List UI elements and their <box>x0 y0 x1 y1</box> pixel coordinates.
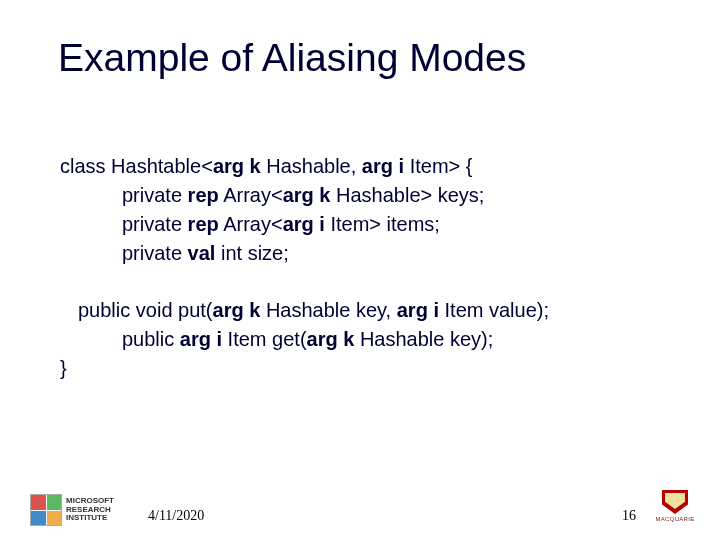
microsoft-research-logo: MICROSOFT RESEARCH INSTITUTE <box>30 490 140 530</box>
logo-text-line: INSTITUTE <box>66 514 114 522</box>
code-text: Item> { <box>404 155 472 177</box>
code-keyword: arg i <box>397 299 439 321</box>
code-text: private <box>122 184 188 206</box>
code-text: public void put( <box>78 299 213 321</box>
code-body: class Hashtable<arg k Hashable, arg i It… <box>60 152 680 383</box>
slide: Example of Aliasing Modes class Hashtabl… <box>0 0 720 540</box>
code-keyword: rep <box>188 213 219 235</box>
code-text: Hashable, <box>261 155 362 177</box>
code-keyword: rep <box>188 184 219 206</box>
code-text: Hashable key); <box>354 328 493 350</box>
code-keyword: arg i <box>283 213 325 235</box>
microsoft-icon <box>30 494 62 526</box>
code-keyword: arg i <box>180 328 222 350</box>
logo-text: MICROSOFT RESEARCH INSTITUTE <box>66 497 114 522</box>
code-keyword: arg i <box>362 155 404 177</box>
code-keyword: arg k <box>213 155 261 177</box>
code-line: private rep Array<arg k Hashable> keys; <box>122 181 680 210</box>
page-number: 16 <box>622 508 636 524</box>
code-text: Array< <box>219 213 283 235</box>
shield-icon <box>662 490 688 514</box>
macquarie-logo: MACQUARIE <box>644 490 706 532</box>
code-line: private rep Array<arg i Item> items; <box>122 210 680 239</box>
code-text: private <box>122 213 188 235</box>
code-text: Array< <box>219 184 283 206</box>
footer: MICROSOFT RESEARCH INSTITUTE 4/11/2020 1… <box>0 482 720 540</box>
code-text: Item> items; <box>325 213 440 235</box>
slide-title: Example of Aliasing Modes <box>58 36 526 80</box>
code-keyword: val <box>188 242 216 264</box>
code-keyword: arg k <box>283 184 331 206</box>
code-text: public <box>122 328 180 350</box>
code-line: private val int size; <box>122 239 680 268</box>
code-text: Hashable> keys; <box>330 184 484 206</box>
code-keyword: arg k <box>213 299 261 321</box>
code-line: class Hashtable<arg k Hashable, arg i It… <box>60 152 680 181</box>
logo-text: MACQUARIE <box>655 516 694 522</box>
code-line: public void put(arg k Hashable key, arg … <box>78 296 680 325</box>
footer-date: 4/11/2020 <box>148 508 204 524</box>
code-line: } <box>60 354 680 383</box>
code-text: Item value); <box>439 299 549 321</box>
code-text: Hashable key, <box>260 299 396 321</box>
code-text: private <box>122 242 188 264</box>
code-text: Item get( <box>222 328 306 350</box>
code-text: int size; <box>215 242 288 264</box>
code-keyword: arg k <box>307 328 355 350</box>
code-text: class Hashtable< <box>60 155 213 177</box>
code-line: public arg i Item get(arg k Hashable key… <box>122 325 680 354</box>
